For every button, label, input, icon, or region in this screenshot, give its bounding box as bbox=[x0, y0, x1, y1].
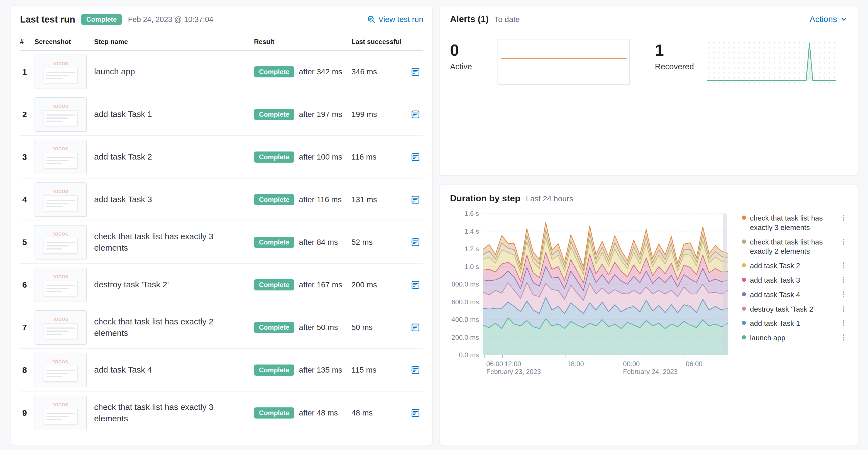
thumbnail-line bbox=[46, 245, 69, 247]
legend-item[interactable]: add task Task 1 bbox=[742, 319, 848, 328]
alerts-body: 0 Active 1 Recovered bbox=[450, 39, 848, 85]
legend-item[interactable]: destroy task 'Task 2' bbox=[742, 304, 848, 314]
legend-options-icon[interactable] bbox=[839, 304, 848, 313]
legend-label: add task Task 2 bbox=[750, 261, 800, 271]
step-screenshot-thumbnail[interactable]: todos bbox=[34, 183, 87, 217]
last-successful-duration: 48 ms bbox=[351, 409, 405, 417]
panel-title: Last test run bbox=[20, 14, 75, 25]
run-timestamp: Feb 24, 2023 @ 10:37:04 bbox=[128, 15, 213, 24]
recovered-alerts-metric: 1 Recovered bbox=[655, 39, 838, 85]
legend-item[interactable]: add task Task 2 bbox=[742, 261, 848, 271]
step-detail-icon[interactable] bbox=[410, 66, 421, 77]
thumbnail-card bbox=[44, 409, 78, 424]
thumbnail-todos-text: todos bbox=[44, 231, 78, 236]
thumbnail-card bbox=[44, 195, 78, 211]
step-name: add task Task 2 bbox=[94, 151, 252, 163]
recovered-alerts-label: Recovered bbox=[655, 62, 694, 71]
step-screenshot-thumbnail[interactable]: todos bbox=[34, 140, 87, 174]
step-screenshot-thumbnail[interactable]: todos bbox=[34, 225, 87, 260]
duration-stacked-area-chart[interactable]: 1.6 s1.4 s1.2 s1.0 s800.0 ms600.0 ms400.… bbox=[450, 211, 734, 376]
thumbnail-todos-text: todos bbox=[44, 188, 78, 194]
table-row: 5 todos check that task list has exactly… bbox=[20, 221, 423, 264]
legend-options-icon[interactable] bbox=[839, 333, 848, 342]
step-detail-icon[interactable] bbox=[410, 364, 421, 376]
result-duration: after 50 ms bbox=[299, 323, 338, 332]
svg-text:1.0 s: 1.0 s bbox=[464, 263, 479, 270]
status-badge: Complete bbox=[254, 322, 294, 333]
legend-label: add task Task 3 bbox=[750, 276, 800, 285]
screenshot-preview: todos bbox=[44, 358, 78, 382]
legend-label: launch app bbox=[750, 333, 785, 343]
step-screenshot-thumbnail[interactable]: todos bbox=[34, 396, 87, 430]
last-test-run-header: Last test run Complete Feb 24, 2023 @ 10… bbox=[20, 14, 423, 25]
thumbnail-todos-text: todos bbox=[44, 273, 78, 279]
step-name: add task Task 1 bbox=[94, 108, 252, 120]
thumbnail-line bbox=[46, 373, 69, 374]
legend-options-icon[interactable] bbox=[839, 276, 848, 284]
table-row: 8 todos add task Task 4 Completeafter 13… bbox=[20, 349, 423, 391]
thumbnail-line bbox=[46, 242, 75, 244]
step-number: 6 bbox=[20, 280, 32, 290]
step-detail-icon[interactable] bbox=[410, 322, 421, 333]
col-header-number: # bbox=[20, 38, 32, 46]
last-successful-duration: 346 ms bbox=[351, 67, 405, 76]
step-name: destroy task 'Task 2' bbox=[94, 279, 252, 290]
thumbnail-line bbox=[46, 163, 62, 164]
step-screenshot-thumbnail[interactable]: todos bbox=[34, 267, 87, 302]
step-detail-icon[interactable] bbox=[410, 237, 421, 248]
step-detail-icon[interactable] bbox=[410, 408, 421, 419]
step-name: add task Task 3 bbox=[94, 194, 252, 205]
col-header-step-name: Step name bbox=[94, 38, 252, 46]
legend-item[interactable]: add task Task 3 bbox=[742, 276, 848, 285]
step-number: 2 bbox=[20, 110, 32, 119]
step-number: 5 bbox=[20, 237, 32, 247]
svg-text:600.0 ms: 600.0 ms bbox=[452, 298, 479, 306]
step-screenshot-thumbnail[interactable]: todos bbox=[34, 310, 87, 345]
svg-text:400.0 ms: 400.0 ms bbox=[452, 316, 479, 323]
step-screenshot-thumbnail[interactable]: todos bbox=[34, 55, 87, 89]
thumbnail-line bbox=[46, 203, 69, 204]
alerts-subtitle: To date bbox=[494, 15, 520, 24]
legend-label: check that task list has exactly 2 eleme… bbox=[750, 237, 829, 256]
thumbnail-card bbox=[44, 281, 78, 296]
step-screenshot-thumbnail[interactable]: todos bbox=[34, 353, 87, 387]
legend-options-icon[interactable] bbox=[839, 290, 848, 298]
legend-options-icon[interactable] bbox=[839, 319, 848, 327]
thumbnail-line bbox=[46, 285, 75, 286]
actions-label: Actions bbox=[810, 14, 837, 24]
legend-options-icon[interactable] bbox=[839, 261, 848, 269]
chevron-down-icon bbox=[840, 15, 848, 23]
last-successful-duration: 131 ms bbox=[351, 195, 405, 204]
step-detail-icon[interactable] bbox=[410, 152, 421, 163]
screenshot-preview: todos bbox=[44, 188, 78, 211]
step-name: launch app bbox=[94, 66, 252, 77]
step-detail-icon[interactable] bbox=[410, 109, 421, 120]
thumbnail-line bbox=[46, 419, 62, 420]
result-duration: after 135 ms bbox=[299, 366, 342, 375]
status-badge: Complete bbox=[254, 279, 294, 290]
alerts-panel: Alerts (1) To date Actions 0 Active bbox=[440, 6, 858, 175]
step-detail-icon[interactable] bbox=[410, 279, 421, 290]
thumbnail-line bbox=[46, 291, 62, 292]
alerts-actions-button[interactable]: Actions bbox=[810, 14, 848, 24]
legend-item[interactable]: launch app bbox=[742, 333, 848, 343]
step-number: 8 bbox=[20, 365, 32, 375]
step-screenshot-thumbnail[interactable]: todos bbox=[34, 97, 87, 132]
legend-options-icon[interactable] bbox=[839, 237, 848, 246]
status-badge: Complete bbox=[254, 194, 294, 205]
legend-options-icon[interactable] bbox=[839, 214, 848, 222]
thumbnail-line bbox=[46, 115, 75, 116]
legend-item[interactable]: check that task list has exactly 2 eleme… bbox=[742, 237, 848, 256]
alerts-header: Alerts (1) To date Actions bbox=[450, 14, 848, 24]
thumbnail-line bbox=[46, 160, 69, 161]
step-detail-icon[interactable] bbox=[410, 194, 421, 205]
legend-item[interactable]: add task Task 4 bbox=[742, 290, 848, 300]
col-header-last-successful: Last successful bbox=[351, 38, 405, 46]
result-duration: after 116 ms bbox=[299, 195, 342, 204]
svg-text:06:00: 06:00 bbox=[686, 360, 703, 367]
view-test-run-link[interactable]: View test run bbox=[367, 15, 423, 24]
duration-title: Duration by step bbox=[450, 193, 520, 203]
screenshot-preview: todos bbox=[44, 146, 78, 168]
status-badge: Complete bbox=[254, 364, 294, 376]
legend-item[interactable]: check that task list has exactly 3 eleme… bbox=[742, 214, 848, 232]
